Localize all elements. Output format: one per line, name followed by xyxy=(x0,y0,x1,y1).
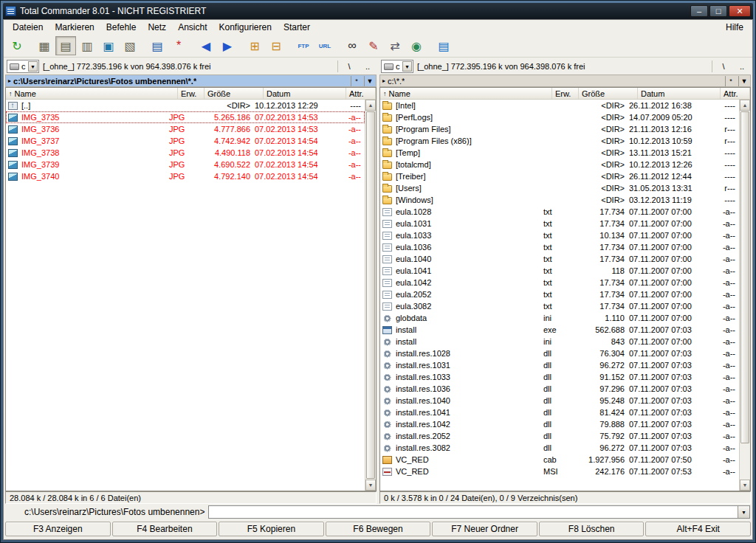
right-scroll-track[interactable] xyxy=(740,111,750,480)
left-path-bar[interactable]: ▸ c:\Users\reinarz\Pictures\Fotos umbene… xyxy=(5,75,377,87)
file-row[interactable]: eula.3082txt17.73407.11.2007 07:00-a-- xyxy=(380,300,739,312)
file-row[interactable]: VC_REDMSI242.17607.11.2007 07:53-a-- xyxy=(380,466,739,477)
title-bar[interactable]: Total Commander 8.01 - NICHT REGISTRIERT… xyxy=(3,3,753,19)
left-filter-button[interactable]: * xyxy=(351,76,362,86)
left-root-button[interactable]: \ xyxy=(342,60,357,73)
right-scroll-thumb[interactable] xyxy=(740,111,749,443)
file-row[interactable]: [..]<DIR>10.12.2013 12:29---- xyxy=(6,100,365,111)
file-row[interactable]: installexe562.68807.11.2007 07:03-a-- xyxy=(380,324,739,336)
file-row[interactable]: [Windows]<DIR>03.12.2013 11:19---- xyxy=(380,194,739,206)
file-row[interactable]: install.res.1033dll91.15207.11.2007 07:0… xyxy=(380,371,739,383)
column-header-date[interactable]: Datum xyxy=(638,88,721,99)
ftp-url-button[interactable]: URL xyxy=(315,36,335,55)
forward-button[interactable]: ▶ xyxy=(217,36,238,55)
column-header-size[interactable]: Größe xyxy=(205,88,264,99)
view-tree-button[interactable]: ▥ xyxy=(77,36,97,55)
file-row[interactable]: eula.1041txt11807.11.2007 07:00-a-- xyxy=(380,265,739,277)
file-row[interactable]: install.res.1028dll76.30407.11.2007 07:0… xyxy=(380,347,739,359)
file-row[interactable]: install.res.3082dll96.27207.11.2007 07:0… xyxy=(380,442,739,454)
function-button-f6[interactable]: F6 Bewegen xyxy=(326,522,431,536)
file-row[interactable]: [PerfLogs]<DIR>14.07.2009 05:20---- xyxy=(380,111,739,123)
left-parent-button[interactable]: .. xyxy=(360,60,375,73)
file-row[interactable]: [Treiber]<DIR>26.11.2012 12:44---- xyxy=(380,170,739,182)
file-row[interactable]: eula.1040txt17.73407.11.2007 07:00-a-- xyxy=(380,253,739,265)
thumbnails-view-button[interactable]: ▣ xyxy=(98,36,119,55)
refresh-button[interactable]: ↻ xyxy=(7,36,27,55)
file-row[interactable]: install.res.2052dll75.79207.11.2007 07:0… xyxy=(380,430,739,442)
scroll-down-icon[interactable]: ▼ xyxy=(740,480,750,491)
function-button-altf4[interactable]: Alt+F4 Exit xyxy=(645,522,751,536)
menu-item-markieren[interactable]: Markieren xyxy=(49,21,100,34)
column-header-attr[interactable]: Attr. xyxy=(721,88,750,99)
file-row[interactable]: [Temp]<DIR>13.11.2013 15:21---- xyxy=(380,147,739,159)
edit-file-button[interactable]: ▤ xyxy=(147,36,168,55)
right-root-button[interactable]: \ xyxy=(716,60,731,73)
left-scroll-thumb[interactable] xyxy=(366,111,375,479)
function-button-f8[interactable]: F8 Löschen xyxy=(539,522,645,536)
scroll-down-icon[interactable]: ▼ xyxy=(365,480,376,491)
chevron-down-icon[interactable]: ▼ xyxy=(28,61,38,72)
favorites-button[interactable]: * xyxy=(168,36,189,55)
file-row[interactable]: VC_REDcab1.927.95607.11.2007 07:50-a-- xyxy=(380,454,739,466)
file-row[interactable]: [Intel]<DIR>26.11.2012 16:38---- xyxy=(380,100,739,111)
sync-dirs-button[interactable]: ⇄ xyxy=(385,36,405,55)
right-scrollbar[interactable]: ▲ ▼ xyxy=(739,100,750,491)
right-path-bar[interactable]: ▸ c:\*.* * ▼ xyxy=(379,75,751,87)
left-scrollbar[interactable]: ▲ ▼ xyxy=(365,100,376,491)
left-drive-combo[interactable]: c ▼ xyxy=(7,60,39,73)
view-full-button[interactable]: ▤ xyxy=(55,36,76,55)
command-input[interactable] xyxy=(209,506,738,518)
column-header-date[interactable]: Datum xyxy=(264,88,346,99)
column-header-name[interactable]: ↑ Name xyxy=(6,88,178,99)
view-brief-button[interactable]: ▦ xyxy=(34,36,55,55)
file-row[interactable]: [Users]<DIR>31.05.2013 13:31r--- xyxy=(380,182,739,194)
menu-item-konfigurieren[interactable]: Konfigurieren xyxy=(213,21,277,34)
menu-item-hilfe[interactable]: Hilfe xyxy=(720,21,749,34)
file-row[interactable]: IMG_3740JPG4.792.14007.02.2013 14:54-a-- xyxy=(6,170,365,182)
file-row[interactable]: eula.2052txt17.73407.11.2007 07:00-a-- xyxy=(380,288,739,300)
file-row[interactable]: install.res.1042dll79.88807.11.2007 07:0… xyxy=(380,418,739,430)
right-drive-combo[interactable]: c ▼ xyxy=(381,60,413,73)
quick-view-button[interactable]: ▧ xyxy=(120,36,140,55)
scroll-up-icon[interactable]: ▲ xyxy=(740,100,750,111)
network-button[interactable]: ◉ xyxy=(406,36,427,55)
close-button[interactable]: ✕ xyxy=(729,5,751,17)
chevron-down-icon[interactable]: ▼ xyxy=(402,61,412,72)
function-button-f5[interactable]: F5 Kopieren xyxy=(219,522,324,536)
menu-item-netz[interactable]: Netz xyxy=(142,21,172,34)
minimize-button[interactable]: – xyxy=(690,5,708,17)
function-button-f7[interactable]: F7 Neuer Ordner xyxy=(432,522,537,536)
file-row[interactable]: IMG_3736JPG4.777.86607.02.2013 14:53-a-- xyxy=(6,123,365,135)
left-scroll-track[interactable] xyxy=(365,111,376,480)
scroll-up-icon[interactable]: ▲ xyxy=(365,100,376,111)
file-row[interactable]: IMG_3735JPG5.265.18607.02.2013 14:53-a-- xyxy=(6,111,365,123)
file-row[interactable]: eula.1042txt17.73407.11.2007 07:00-a-- xyxy=(380,277,739,288)
column-header-name[interactable]: ↑ Name xyxy=(380,88,552,99)
file-row[interactable]: install.res.1036dll97.29607.11.2007 07:0… xyxy=(380,383,739,395)
ftp-connect-button[interactable]: FTP xyxy=(293,36,314,55)
column-header-ext[interactable]: Erw. xyxy=(552,88,579,99)
file-row[interactable]: globdataini1.11007.11.2007 07:00-a-- xyxy=(380,312,739,324)
back-button[interactable]: ◀ xyxy=(196,36,216,55)
command-history-arrow-icon[interactable]: ▼ xyxy=(738,506,749,518)
pack-files-button[interactable]: ⊞ xyxy=(244,36,265,55)
file-row[interactable]: eula.1028txt17.73407.11.2007 07:00-a-- xyxy=(380,206,739,218)
file-row[interactable]: install.res.1041dll81.42407.11.2007 07:0… xyxy=(380,407,739,418)
file-row[interactable]: [Program Files (x86)]<DIR>10.12.2013 10:… xyxy=(380,135,739,147)
file-row[interactable]: install.res.1031dll96.27207.11.2007 07:0… xyxy=(380,359,739,371)
function-button-f3[interactable]: F3 Anzeigen xyxy=(5,522,111,536)
file-row[interactable]: eula.1031txt17.73407.11.2007 07:00-a-- xyxy=(380,218,739,229)
function-button-f4[interactable]: F4 Bearbeiten xyxy=(112,522,218,536)
right-filter-button[interactable]: * xyxy=(725,76,736,86)
menu-item-ansicht[interactable]: Ansicht xyxy=(172,21,213,34)
left-path-history-button[interactable]: ▼ xyxy=(364,76,375,86)
notepad-button[interactable]: ▤ xyxy=(433,36,454,55)
column-header-ext[interactable]: Erw. xyxy=(178,88,205,99)
column-header-size[interactable]: Größe xyxy=(579,88,638,99)
column-header-attr[interactable]: Attr. xyxy=(346,88,376,99)
file-row[interactable]: eula.1033txt10.13407.11.2007 07:00-a-- xyxy=(380,229,739,241)
file-row[interactable]: eula.1036txt17.73407.11.2007 07:00-a-- xyxy=(380,241,739,253)
menu-item-dateien[interactable]: Dateien xyxy=(7,21,49,34)
menu-item-starter[interactable]: Starter xyxy=(278,21,316,34)
menu-item-befehle[interactable]: Befehle xyxy=(100,21,142,34)
